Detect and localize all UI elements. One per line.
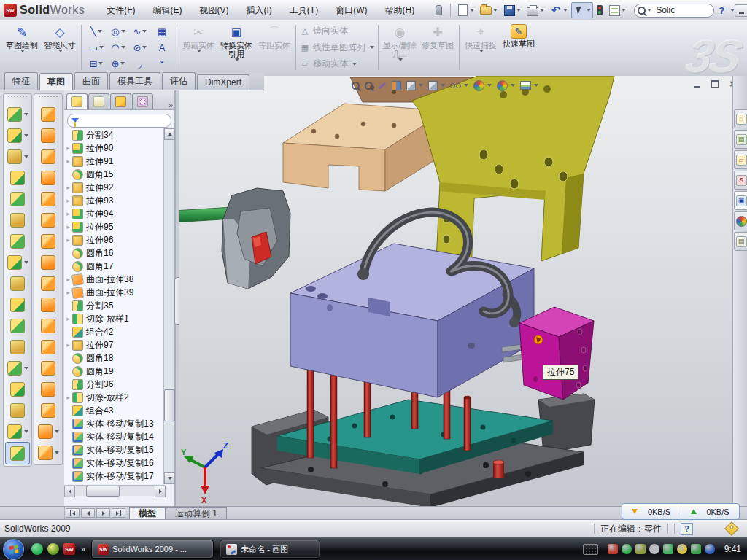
- scroll-thumb[interactable]: [86, 486, 120, 497]
- taskpane-solidworks-resources[interactable]: ⌂: [734, 109, 747, 128]
- quicklaunch-solidworks-icon[interactable]: SW: [63, 543, 75, 555]
- ellipse-button[interactable]: ⊘: [129, 39, 151, 55]
- scroll-down-button[interactable]: [164, 472, 175, 484]
- hole-wizard-button[interactable]: [4, 230, 31, 252]
- tree-item[interactable]: ▸拉伸94: [64, 207, 165, 220]
- update-warning-icon[interactable]: [677, 544, 687, 554]
- scroll-right-button[interactable]: [155, 486, 166, 497]
- tab-草图[interactable]: 草图: [39, 73, 73, 90]
- start-button[interactable]: [3, 539, 24, 560]
- quicklaunch-ball-icon[interactable]: [47, 543, 59, 555]
- tree-horizontal-scrollbar[interactable]: [64, 485, 165, 496]
- dropdown-icon[interactable]: [24, 261, 28, 264]
- tree-filter-input[interactable]: [67, 114, 171, 128]
- lofted-surface-button[interactable]: [34, 167, 62, 188]
- tab-评估[interactable]: 评估: [162, 72, 196, 90]
- status-help-button[interactable]: ?: [681, 523, 693, 535]
- pin-toolbar-button[interactable]: [430, 2, 446, 18]
- expand-icon[interactable]: ▸: [64, 289, 72, 296]
- part-extrude75-block[interactable]: [519, 307, 594, 400]
- tab-曲面[interactable]: 曲面: [74, 72, 108, 90]
- dropdown-icon[interactable]: [55, 451, 59, 454]
- tree-item[interactable]: ▸拉伸96: [64, 233, 165, 246]
- open-file-button[interactable]: [478, 2, 500, 18]
- expand-icon[interactable]: ▸: [64, 223, 72, 230]
- arc-button[interactable]: ◠: [107, 39, 129, 55]
- new-file-button[interactable]: [454, 2, 476, 18]
- delete-face-button[interactable]: [34, 315, 62, 336]
- ribbon-button-草图绘制[interactable]: ✎草图绘制: [3, 22, 41, 73]
- reference-plane-button[interactable]: [4, 378, 31, 400]
- tag-icon[interactable]: [724, 521, 739, 536]
- rectangle-button[interactable]: ▭: [85, 39, 107, 55]
- replace-face-button[interactable]: [34, 336, 62, 357]
- revolved-surface-button[interactable]: [34, 125, 62, 146]
- menu-item-2[interactable]: 视图(V): [190, 1, 237, 20]
- speed-shield-icon[interactable]: [622, 544, 632, 554]
- polygon-button[interactable]: ⊕: [107, 55, 129, 71]
- tree-item[interactable]: ▸曲面-拉伸38: [64, 273, 165, 286]
- tree-item[interactable]: 组合43: [64, 404, 165, 417]
- prev-tab-button[interactable]: [81, 508, 95, 518]
- tree-item[interactable]: 实体-移动/复制16: [64, 456, 165, 470]
- tree-item[interactable]: ▸曲面-拉伸39: [64, 286, 165, 299]
- doc-minimize-button[interactable]: [692, 79, 703, 89]
- shield-plus-icon[interactable]: [691, 544, 701, 554]
- centerline-button[interactable]: [4, 400, 31, 421]
- taskpane-appearances-scenes[interactable]: [734, 211, 747, 230]
- expand-icon[interactable]: ▸: [64, 276, 72, 283]
- taskpane-view-palette[interactable]: ▣: [734, 191, 747, 210]
- doc-restore-button[interactable]: [709, 79, 721, 89]
- taskpane-solidworks-search[interactable]: S: [734, 171, 747, 190]
- taskpane-custom-properties[interactable]: ▤: [734, 232, 747, 251]
- trim-surface-button[interactable]: [34, 357, 62, 378]
- taskpane-design-library[interactable]: ▤: [734, 130, 747, 149]
- tree-item[interactable]: ▸拉伸91: [64, 155, 165, 168]
- tab-feature-manager[interactable]: [66, 93, 88, 109]
- taskbar-button-0[interactable]: SWSolidWorks 2009 - ...: [91, 540, 214, 559]
- quicklaunch-safety-icon[interactable]: [31, 543, 43, 555]
- revolved-boss-button[interactable]: [4, 125, 31, 146]
- tree-vertical-scrollbar[interactable]: [163, 128, 174, 484]
- expand-icon[interactable]: ▸: [64, 315, 72, 322]
- tab-模具工具[interactable]: 模具工具: [109, 72, 160, 90]
- boundary-surface-button[interactable]: [34, 188, 62, 209]
- tree-item[interactable]: 分割35: [64, 299, 165, 312]
- taskpane-file-explorer[interactable]: ▱: [734, 150, 747, 169]
- slot-button[interactable]: ⊟: [85, 55, 107, 71]
- text-button[interactable]: A: [151, 39, 173, 55]
- options-button[interactable]: [606, 2, 628, 18]
- tree-item[interactable]: ▸拉伸90: [64, 141, 165, 155]
- reference-point-button[interactable]: [4, 357, 31, 378]
- dropdown-icon[interactable]: [99, 46, 104, 49]
- move-copy-button[interactable]: [4, 336, 31, 357]
- dropdown-icon[interactable]: [24, 113, 28, 116]
- scroll-thumb[interactable]: [164, 389, 175, 421]
- tree-item[interactable]: ▸拉伸93: [64, 194, 165, 207]
- first-tab-button[interactable]: [66, 508, 80, 518]
- linear-pattern-button[interactable]: [4, 252, 31, 273]
- dropdown-icon[interactable]: [120, 62, 125, 65]
- tree-item[interactable]: ▸拉伸95: [64, 220, 165, 233]
- expand-icon[interactable]: ▸: [64, 236, 72, 244]
- dropdown-icon[interactable]: [24, 367, 28, 370]
- extended-surface-button[interactable]: [34, 146, 62, 167]
- hide-show-items-button[interactable]: [450, 83, 468, 88]
- ribbon-button-智能尺寸[interactable]: ◇智能尺寸: [41, 22, 79, 73]
- extruded-cut-button[interactable]: [4, 209, 31, 230]
- menu-item-4[interactable]: 工具(T): [281, 1, 327, 20]
- doc-tab-模型[interactable]: 模型: [129, 508, 166, 519]
- expand-icon[interactable]: ▸: [64, 158, 72, 165]
- print-button[interactable]: [525, 2, 546, 18]
- dropdown-icon[interactable]: [487, 84, 492, 87]
- line-button[interactable]: ╲: [85, 23, 107, 39]
- menu-item-5[interactable]: 窗口(W): [327, 1, 376, 20]
- dropdown-icon[interactable]: [98, 30, 102, 33]
- expand-icon[interactable]: ▸: [64, 341, 72, 349]
- apply-scene-button[interactable]: [497, 80, 515, 91]
- graphics-viewport[interactable]: Y Z X × 拉伸75: [179, 76, 732, 506]
- edit-appearance-button[interactable]: [473, 80, 492, 91]
- taskbar-clock[interactable]: 9:41: [724, 544, 741, 554]
- sync-ball-icon[interactable]: [705, 544, 715, 554]
- tree-item[interactable]: ▸切除-放样1: [64, 312, 165, 325]
